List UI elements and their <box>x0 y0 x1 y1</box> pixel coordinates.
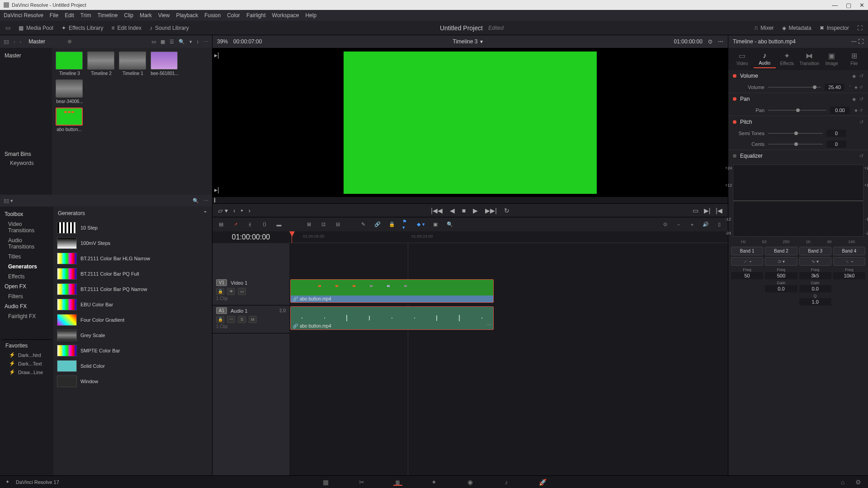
search-icon[interactable]: 🔍 <box>193 198 199 204</box>
fx-tree-item[interactable]: Generators <box>2 262 52 272</box>
prev-clip-icon[interactable]: |◀ <box>716 207 722 214</box>
freq-value[interactable]: 500 <box>765 272 797 279</box>
generator-item[interactable]: Window <box>53 374 212 389</box>
enable-dot[interactable] <box>733 97 736 101</box>
track-badge[interactable]: V1 <box>216 279 227 286</box>
audio-track-header[interactable]: A1Audio 12.0 🔒〰SM 1 Clip <box>212 305 289 333</box>
maximize-button[interactable]: ▢ <box>846 2 851 9</box>
meter-icon[interactable]: ▯ <box>715 221 723 228</box>
fusion-page[interactable]: ✦ <box>429 479 439 486</box>
last-frame-button[interactable]: ▶▶| <box>485 207 497 214</box>
blade-tool[interactable]: ▬ <box>275 221 283 228</box>
view-strip-icon[interactable]: ▭ <box>151 39 156 45</box>
next-clip-icon[interactable]: ▶| <box>704 207 711 214</box>
search-icon[interactable]: 🔍 <box>179 39 185 45</box>
edit-page[interactable]: ⫼ <box>393 479 402 486</box>
fx-tree-item[interactable]: Effects <box>2 272 52 282</box>
flag-icon[interactable]: ⚑ ▾ <box>402 221 410 228</box>
replace-clip-icon[interactable]: ⊟ <box>334 221 342 228</box>
add-kf-icon[interactable]: ◆ <box>854 85 858 89</box>
match-frame-icon[interactable]: ▸| <box>214 186 219 193</box>
timecode[interactable]: 01:00:00:00 <box>674 38 703 45</box>
bypass-icon[interactable]: ⊙ <box>708 38 712 45</box>
band-button[interactable]: Band 3 <box>799 247 831 255</box>
tab-image[interactable]: ▣Image <box>821 50 843 68</box>
band-button[interactable]: Band 4 <box>833 247 865 255</box>
track-badge[interactable]: A1 <box>216 307 227 314</box>
reset-icon[interactable]: ↺ <box>859 85 863 89</box>
pan-slider[interactable] <box>768 110 826 111</box>
menu-item[interactable]: Workspace <box>272 12 299 19</box>
stop-button[interactable]: ■ <box>462 207 466 214</box>
scrubber[interactable] <box>212 197 728 203</box>
menu-item[interactable]: File <box>50 12 58 19</box>
gain-value[interactable]: 0.0 <box>765 285 797 292</box>
prev-icon[interactable]: ‹ <box>14 39 15 44</box>
menu-item[interactable]: View <box>158 12 170 19</box>
menu-item[interactable]: Color <box>227 12 240 19</box>
generator-item[interactable]: Four Color Gradient <box>53 312 212 328</box>
menu-item[interactable]: Fusion <box>204 12 221 19</box>
trim-tool[interactable]: ⫖ <box>246 221 254 228</box>
close-button[interactable]: ✕ <box>859 2 864 9</box>
timeline-ruler[interactable]: 01:00:06:00 01:00:24:00 <box>289 231 728 243</box>
next-icon[interactable]: › <box>20 39 22 44</box>
reset-icon[interactable]: ↺ <box>859 119 863 125</box>
audio-icon[interactable]: 🔊 <box>702 221 710 228</box>
viewer[interactable]: ▸| ▸| <box>212 48 728 197</box>
timeline-name[interactable]: Timeline 3 <box>453 38 478 45</box>
eye-icon[interactable]: 👁 <box>227 288 235 295</box>
minimize-button[interactable]: — <box>832 2 838 9</box>
timeline-view-icon[interactable]: ▤ <box>217 221 225 228</box>
enable-dot[interactable] <box>733 154 736 158</box>
generator-item[interactable]: BT.2111 Color Bar PQ Narrow <box>53 282 212 297</box>
mute-button[interactable]: M <box>249 316 257 323</box>
freq-value[interactable]: 50 <box>731 272 763 279</box>
tab-video[interactable]: ▭Video <box>731 50 754 68</box>
reset-icon[interactable]: ↺ <box>859 73 863 79</box>
semitone-slider[interactable] <box>768 133 823 134</box>
prev-frame-button[interactable]: ◀ <box>450 207 455 214</box>
solo-button[interactable]: S <box>238 316 246 323</box>
media-thumb[interactable]: Timeline 2 <box>87 52 115 76</box>
effects-library-toggle[interactable]: ✦Effects Library <box>61 25 103 31</box>
menu-item[interactable]: Timeline <box>97 12 118 19</box>
zoom-fit-icon[interactable]: ⊙ <box>661 221 669 228</box>
reset-icon[interactable]: ↺ <box>859 108 863 113</box>
link-icon[interactable]: 🔗 <box>373 221 382 228</box>
clip-view-icon[interactable]: ▭ <box>238 288 246 295</box>
pan-value[interactable]: 0.00 <box>830 107 850 114</box>
freq-value[interactable]: 3k5 <box>799 272 831 279</box>
generator-item[interactable]: SMPTE Color Bar <box>53 343 212 358</box>
q-value[interactable]: 1.0 <box>799 298 831 305</box>
insert-clip-icon[interactable]: ⊞ <box>305 221 313 228</box>
stabilizer-icon[interactable]: ▣ <box>431 221 439 228</box>
fx-tree-item[interactable]: Toolbox <box>2 209 52 219</box>
reset-icon[interactable]: ↺ <box>859 153 863 159</box>
lock-icon[interactable]: 🔒 <box>388 221 396 228</box>
tab-effects[interactable]: ✦Effects <box>776 50 798 68</box>
fx-tree-item[interactable]: Fairlight FX <box>2 311 52 321</box>
pencil-icon[interactable]: ✎ <box>359 221 367 228</box>
fx-tree-item[interactable]: Audio Transitions <box>2 235 52 252</box>
match-frame-icon[interactable]: ▸| <box>214 52 219 59</box>
cents-value[interactable]: 0 <box>826 141 846 148</box>
deliver-page[interactable]: 🚀 <box>538 479 547 486</box>
keyframe-icon[interactable]: ◆ <box>852 96 856 102</box>
mixer-toggle[interactable]: ⎍Mixer <box>755 25 774 31</box>
volume-slider[interactable] <box>768 87 821 88</box>
fx-tree-item[interactable]: Titles <box>2 252 52 262</box>
prev-edit-icon[interactable]: ‹ <box>233 207 236 214</box>
enable-dot[interactable] <box>733 74 736 78</box>
generator-item[interactable]: Grey Scale <box>53 328 212 343</box>
tab-transition[interactable]: ⧓Transition <box>798 50 821 68</box>
generator-item[interactable]: BT.2111 Color Bar PQ Full <box>53 266 212 282</box>
media-thumb[interactable]: Timeline 3 <box>56 52 84 76</box>
play-button[interactable]: ▶ <box>473 207 478 214</box>
edit-index-toggle[interactable]: ≡Edit Index <box>112 25 142 31</box>
waveform-icon[interactable]: 〰 <box>227 316 235 323</box>
view-list-icon[interactable]: ☰ <box>170 39 174 45</box>
next-edit-icon[interactable]: › <box>248 207 250 214</box>
menu-item[interactable]: Trim <box>80 12 91 19</box>
add-kf-icon[interactable]: ◆ <box>854 108 858 113</box>
